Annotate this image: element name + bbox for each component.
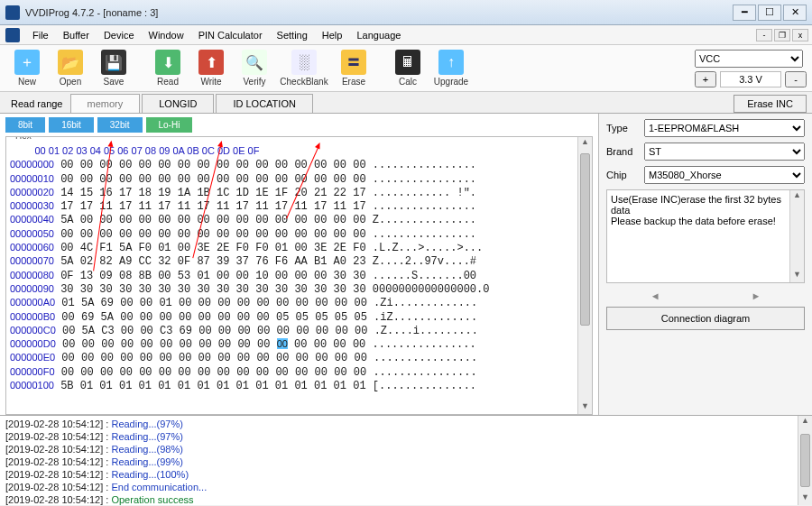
new-button[interactable]: ＋New: [5, 50, 49, 87]
vcc-plus-button[interactable]: +: [695, 71, 716, 87]
folder-icon: 📂: [58, 50, 83, 75]
tab-longid[interactable]: LONGID: [142, 94, 214, 113]
vcc-minus-button[interactable]: -: [785, 71, 807, 87]
8bit-button[interactable]: 8bit: [5, 117, 45, 133]
scroll-thumb[interactable]: [580, 153, 590, 325]
note-scrollbar[interactable]: ▲▼: [789, 190, 804, 282]
menu-setting[interactable]: Setting: [270, 27, 315, 43]
menu-device[interactable]: Device: [97, 27, 142, 43]
type-select[interactable]: 1-EEPROM&FLASH: [644, 119, 805, 137]
erase-inc-button[interactable]: Erase INC: [734, 95, 807, 113]
app-icon-small: [5, 28, 20, 42]
nav-arrows: ◄ ►: [606, 290, 805, 301]
type-label: Type: [606, 123, 644, 133]
save-button[interactable]: 💾Save: [92, 50, 135, 87]
tab-memory[interactable]: memory: [70, 94, 141, 113]
menu-language[interactable]: Language: [349, 27, 408, 43]
minimize-button[interactable]: ━: [733, 5, 756, 21]
title-bar: VVDIProg 4.7.2 - [noname : 3] ━ ☐ ✕: [0, 0, 812, 25]
menu-bar: File Buffer Device Window PIN Calculator…: [0, 25, 812, 45]
note-text: Use(Erase INC)erase the first 32 bytes d…: [611, 194, 800, 226]
scroll-up-icon[interactable]: ▲: [578, 137, 592, 150]
log-output[interactable]: [2019-02-28 10:54:12] : Reading...(97%) …: [0, 416, 812, 505]
read-button[interactable]: ⬇Read: [146, 50, 189, 87]
erase-icon: 〓: [341, 50, 366, 75]
new-icon: ＋: [14, 50, 40, 75]
read-range-label: Read range: [4, 95, 70, 113]
16bit-button[interactable]: 16bit: [49, 117, 94, 133]
write-icon: ⬆: [198, 50, 224, 75]
read-icon: ⬇: [155, 50, 180, 75]
hex-scrollbar[interactable]: ▲ ▼: [577, 137, 592, 414]
erase-button[interactable]: 〓Erase: [332, 50, 375, 87]
vcc-mode-select[interactable]: VCC: [695, 50, 803, 68]
brand-select[interactable]: ST: [644, 143, 805, 161]
device-pane: Type1-EEPROM&FLASH BrandST ChipM35080_Xh…: [599, 114, 812, 415]
mdi-close-button[interactable]: x: [792, 29, 808, 41]
brand-label: Brand: [606, 146, 644, 157]
upgrade-button[interactable]: ↑Upgrade: [429, 50, 473, 87]
checkblank-icon: ░: [291, 50, 317, 75]
menu-buffer[interactable]: Buffer: [56, 27, 97, 43]
calculator-icon: 🖩: [395, 50, 420, 75]
open-button[interactable]: 📂Open: [49, 50, 92, 87]
menu-window[interactable]: Window: [142, 27, 191, 43]
vcc-voltage: 3.3 V: [720, 71, 781, 87]
maximize-button[interactable]: ☐: [758, 5, 781, 21]
menu-help[interactable]: Help: [315, 27, 350, 43]
calc-button[interactable]: 🖩Calc: [386, 50, 429, 87]
app-icon: [5, 5, 20, 20]
hex-group: Hex 00 01 02 03 04 05 06 07 08 09 0A 0B …: [5, 136, 593, 415]
connection-diagram-button[interactable]: Connection diagram: [606, 307, 805, 330]
window-title: VVDIProg 4.7.2 - [noname : 3]: [25, 7, 733, 18]
checkblank-button[interactable]: ░CheckBlank: [276, 50, 332, 87]
save-icon: 💾: [101, 50, 126, 75]
toolbar: ＋New 📂Open 💾Save ⬇Read ⬆Write 🔍Verify ░C…: [0, 45, 812, 92]
tab-row: Read range memory LONGID ID LOCATION Era…: [0, 92, 812, 114]
verify-icon: 🔍: [242, 50, 267, 75]
lohi-button[interactable]: Lo-Hi: [146, 117, 193, 133]
write-button[interactable]: ⬆Write: [189, 50, 233, 87]
tab-id-location[interactable]: ID LOCATION: [216, 94, 312, 113]
mdi-restore-button[interactable]: ❐: [774, 29, 790, 41]
scroll-down-icon[interactable]: ▼: [578, 401, 592, 414]
close-button[interactable]: ✕: [783, 5, 807, 21]
hex-group-title: Hex: [12, 136, 35, 141]
chip-select[interactable]: M35080_Xhorse: [644, 166, 805, 184]
menu-file[interactable]: File: [25, 27, 56, 43]
hex-pane: 8bit 16bit 32bit Lo-Hi Hex 00 01 02 03 0…: [0, 114, 599, 415]
mdi-minimize-button[interactable]: -: [756, 29, 772, 41]
upgrade-icon: ↑: [438, 50, 464, 75]
32bit-button[interactable]: 32bit: [97, 117, 143, 133]
verify-button[interactable]: 🔍Verify: [233, 50, 276, 87]
note-box: Use(Erase INC)erase the first 32 bytes d…: [606, 189, 805, 283]
chip-label: Chip: [606, 170, 644, 180]
menu-pin-calculator[interactable]: PIN Calculator: [191, 27, 270, 43]
hex-view[interactable]: 00 01 02 03 04 05 06 07 08 09 0A 0B 0C 0…: [6, 137, 592, 396]
log-area: [2019-02-28 10:54:12] : Reading...(97%) …: [0, 415, 812, 505]
log-scrollbar[interactable]: ▲▼: [798, 416, 812, 505]
